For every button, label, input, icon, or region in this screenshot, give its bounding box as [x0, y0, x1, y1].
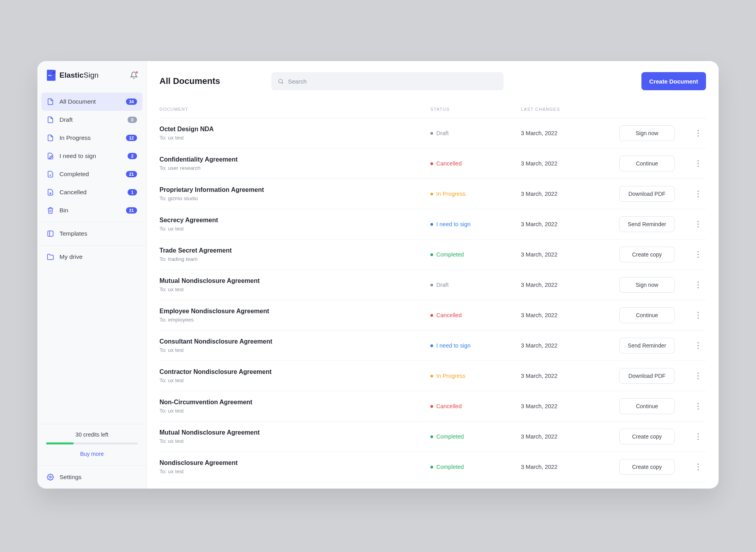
svg-point-21 [697, 256, 699, 258]
sidebar-item-my-drive[interactable]: My drive [41, 248, 143, 266]
table-row[interactable]: Octet Design NDATo: ux testDraft3 March,… [159, 118, 706, 149]
row-more-button[interactable] [690, 433, 706, 440]
sidebar-item-in-progress[interactable]: In Progress12 [41, 129, 143, 147]
table-row[interactable]: Proprietary Information AgreementTo: giz… [159, 179, 706, 209]
row-more-button[interactable] [690, 403, 706, 410]
status-badge: Draft [430, 282, 521, 288]
document-cell: Employee Nondisclosure AgreementTo: empl… [159, 308, 430, 323]
table-header: DOCUMENT STATUS LAST CHANGES [159, 96, 706, 118]
status-badge: I need to sign [430, 342, 521, 349]
svg-line-6 [282, 82, 283, 84]
table-row[interactable]: Confidentiality AgreementTo: user resear… [159, 149, 706, 179]
row-action-button[interactable]: Create copy [619, 429, 674, 444]
sidebar-item-label: Cancelled [59, 189, 128, 196]
document-cell: Secrecy AgreementTo: ux test [159, 217, 430, 232]
row-action-button[interactable]: Continue [619, 307, 674, 323]
row-action-button[interactable]: Continue [619, 156, 674, 171]
sidebar-item-all-document[interactable]: All Document34 [41, 93, 143, 111]
row-more-button[interactable] [690, 251, 706, 258]
document-recipient: To: ux test [159, 408, 430, 414]
table-row[interactable]: Mutual Nondisclosure AgreementTo: ux tes… [159, 422, 706, 452]
document-recipient: To: gizmo studio [159, 195, 430, 201]
folder-icon [47, 253, 54, 260]
sidebar: ElasticSign All Document34Draft0In Progr… [37, 61, 147, 489]
table-row[interactable]: Trade Secret AgreementTo: trading teamCo… [159, 240, 706, 270]
create-document-button[interactable]: Create Document [641, 72, 706, 90]
row-more-button[interactable] [690, 130, 706, 137]
status-label: Cancelled [436, 403, 462, 409]
document-cell: Non-Circumvention AgreementTo: ux test [159, 399, 430, 414]
last-changes-cell: 3 March, 2022 [521, 312, 619, 318]
row-action-button[interactable]: Create copy [619, 459, 674, 475]
document-cell: Octet Design NDATo: ux test [159, 126, 430, 141]
sidebar-item-label: Draft [59, 116, 128, 123]
sidebar-item-badge: 2 [128, 153, 137, 159]
status-badge: Completed [430, 251, 521, 258]
document-cell: Nondisclosure AgreementTo: ux test [159, 459, 430, 474]
row-action-button[interactable]: Send Reminder [619, 216, 674, 232]
table-row[interactable]: Contractor Nondisclosure AgreementTo: ux… [159, 361, 706, 391]
status-dot-icon [430, 375, 433, 377]
svg-point-41 [697, 466, 699, 467]
sidebar-item-badge: 1 [128, 189, 137, 195]
row-action-button[interactable]: Download PDF [619, 186, 674, 202]
svg-point-30 [697, 348, 699, 349]
sidebar-item-completed[interactable]: Completed21 [41, 165, 143, 183]
document-title: Employee Nondisclosure Agreement [159, 308, 430, 315]
row-action-button[interactable]: Sign now [619, 277, 674, 293]
row-action-button[interactable]: Create copy [619, 247, 674, 262]
table-row[interactable]: Non-Circumvention AgreementTo: ux testCa… [159, 391, 706, 422]
row-more-button[interactable] [690, 190, 706, 197]
document-recipient: To: ux test [159, 468, 430, 474]
sidebar-item-cancelled[interactable]: Cancelled1 [41, 183, 143, 201]
row-more-button[interactable] [690, 312, 706, 319]
svg-point-15 [697, 196, 699, 197]
more-vertical-icon [697, 433, 699, 440]
row-action-button[interactable]: Download PDF [619, 368, 674, 384]
row-more-button[interactable] [690, 281, 706, 288]
status-label: Draft [436, 130, 448, 136]
table-row[interactable]: Consultant Nondisclosure AgreementTo: ux… [159, 331, 706, 361]
sidebar-item-i-need-to-sign[interactable]: I need to sign2 [41, 147, 143, 165]
status-dot-icon [430, 284, 433, 286]
last-changes-cell: 3 March, 2022 [521, 251, 619, 258]
notifications-button[interactable] [130, 71, 138, 79]
row-action-button[interactable]: Sign now [619, 125, 674, 141]
row-action-button[interactable]: Continue [619, 398, 674, 414]
sidebar-item-bin[interactable]: Bin21 [41, 201, 143, 219]
status-badge: In Progress [430, 373, 521, 379]
document-cell: Mutual Nondisclosure AgreementTo: ux tes… [159, 277, 430, 292]
sidebar-item-templates[interactable]: Templates [41, 225, 143, 243]
brand-logo[interactable]: ElasticSign [47, 70, 98, 81]
svg-point-9 [697, 135, 699, 136]
sidebar-item-label: My drive [59, 253, 137, 260]
table-row[interactable]: Mutual Nondisclosure AgreementTo: ux tes… [159, 270, 706, 300]
row-more-button[interactable] [690, 342, 706, 349]
svg-point-5 [279, 79, 282, 83]
row-more-button[interactable] [690, 221, 706, 228]
search-field[interactable] [271, 72, 504, 90]
status-badge: Cancelled [430, 160, 521, 167]
table-row[interactable]: Nondisclosure AgreementTo: ux testComple… [159, 452, 706, 482]
document-title: Nondisclosure Agreement [159, 459, 430, 467]
search-input[interactable] [288, 78, 497, 85]
settings-button[interactable]: Settings [37, 465, 146, 489]
credits-progress [46, 442, 138, 444]
document-recipient: To: employees [159, 317, 430, 323]
status-badge: Cancelled [430, 403, 521, 409]
sidebar-item-draft[interactable]: Draft0 [41, 111, 143, 129]
main-content: All Documents Create Document DOCUMENT S… [147, 61, 719, 489]
topbar: All Documents Create Document [147, 61, 719, 96]
document-cell: Mutual Nondisclosure AgreementTo: ux tes… [159, 429, 430, 444]
status-label: Completed [436, 464, 464, 470]
sidebar-item-label: Completed [59, 171, 126, 178]
table-row[interactable]: Secrecy AgreementTo: ux testI need to si… [159, 209, 706, 240]
row-action-button[interactable]: Send Reminder [619, 338, 674, 353]
buy-more-link[interactable]: Buy more [80, 451, 104, 457]
row-more-button[interactable] [690, 372, 706, 379]
row-more-button[interactable] [690, 160, 706, 167]
row-more-button[interactable] [690, 463, 706, 470]
table-row[interactable]: Employee Nondisclosure AgreementTo: empl… [159, 300, 706, 331]
status-badge: Cancelled [430, 312, 521, 318]
svg-point-12 [697, 165, 699, 167]
